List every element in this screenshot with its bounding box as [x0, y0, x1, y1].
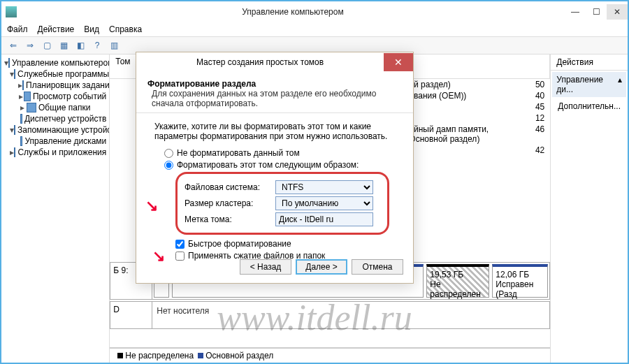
maximize-button[interactable]: ☐ — [586, 4, 607, 20]
wizard-header: Форматирование раздела Для сохранения да… — [136, 72, 413, 113]
back-button[interactable]: < Назад — [240, 259, 291, 275]
menu-file[interactable]: Файл — [7, 24, 28, 34]
minimize-button[interactable]: — — [565, 4, 586, 20]
forward-icon[interactable]: ⇒ — [22, 38, 38, 53]
menu-help[interactable]: Справка — [109, 24, 142, 34]
cluster-label: Размер кластера: — [185, 198, 275, 208]
disk-row[interactable]: D Нет носителя — [110, 301, 550, 329]
legend-swatch-primary — [198, 353, 203, 358]
tree-device-manager[interactable]: Диспетчер устройств — [3, 113, 108, 124]
volume-name-input[interactable] — [275, 212, 373, 226]
tree-root[interactable]: ▾Управление компьютером ( — [3, 57, 108, 68]
wizard-heading: Форматирование раздела — [147, 79, 402, 89]
format-options-outline: Файловая система: NTFS Размер кластера: … — [175, 172, 389, 235]
close-button[interactable]: ✕ — [607, 4, 628, 20]
radio-no-format-input[interactable] — [164, 149, 173, 158]
chevron-up-icon: ▴ — [618, 75, 622, 94]
actions-item-more[interactable]: Дополнительн... — [551, 99, 628, 114]
nav-tree: ▾Управление компьютером ( ▾Служебные про… — [1, 54, 110, 363]
tree-storage[interactable]: ▾Запоминающие устройств — [3, 124, 108, 136]
menu-action[interactable]: Действие — [38, 24, 75, 34]
actions-item-diskmgmt[interactable]: Управление ди...▴ — [552, 72, 626, 97]
legend-swatch-unallocated — [117, 353, 123, 358]
tool-icon[interactable]: ▥ — [106, 38, 122, 53]
quick-format-checkbox[interactable] — [175, 240, 185, 249]
tree-event-viewer[interactable]: ▸Просмотр событий — [3, 91, 108, 102]
radio-no-format[interactable]: Не форматировать данный том — [164, 148, 385, 158]
app-icon — [6, 6, 17, 17]
tree-services-apps[interactable]: ▸Службы и приложения — [3, 147, 108, 158]
fs-label: Файловая система: — [185, 182, 275, 192]
help-icon[interactable]: ? — [89, 38, 105, 53]
wizard-close-button[interactable]: ✕ — [384, 53, 413, 71]
fs-select[interactable]: NTFS — [275, 180, 373, 194]
disk-header: D — [110, 302, 152, 328]
wizard-title-text: Мастер создания простых томов — [136, 57, 384, 67]
up-icon[interactable]: ▢ — [39, 38, 55, 53]
tree-disk-management[interactable]: Управление дисками — [3, 136, 108, 147]
back-icon[interactable]: ⇐ — [6, 38, 21, 53]
no-media-label: Нет носителя — [152, 302, 213, 328]
legend: Не распределена Основной раздел — [110, 347, 550, 363]
tree-system-tools[interactable]: ▾Служебные программы — [3, 68, 108, 80]
partition-unallocated[interactable]: 19,53 ГБНе распределен — [426, 264, 489, 298]
wizard-titlebar: Мастер создания простых томов ✕ — [136, 52, 413, 72]
wizard-subheading: Для сохранения данных на этом разделе ег… — [147, 89, 402, 108]
compress-checkbox[interactable] — [175, 252, 185, 261]
simple-volume-wizard: Мастер создания простых томов ✕ Форматир… — [136, 52, 414, 284]
partition[interactable]: 12,06 ГБИсправен (Разд — [492, 264, 548, 298]
volume-name-label: Метка тома: — [185, 214, 275, 224]
properties-icon[interactable]: ◧ — [73, 38, 88, 53]
window-title: Управление компьютером — [21, 7, 565, 17]
quick-format-row[interactable]: Быстрое форматирование — [175, 239, 374, 249]
tree-shared-folders[interactable]: ▸Общие папки — [3, 102, 108, 113]
wizard-prompt: Укажите, хотите ли вы форматировать этот… — [154, 122, 395, 141]
actions-title: Действия — [551, 54, 628, 71]
annotation-arrow-icon: ↘ — [145, 197, 158, 215]
menu-view[interactable]: Вид — [84, 24, 99, 34]
next-button[interactable]: Далее > — [296, 259, 347, 275]
radio-format[interactable]: Форматировать этот том следующим образом… — [164, 160, 385, 170]
menubar: Файл Действие Вид Справка — [1, 22, 628, 36]
actions-panel: Действия Управление ди...▴ Дополнительн.… — [551, 54, 628, 363]
titlebar: Управление компьютером — ☐ ✕ — [1, 1, 628, 22]
refresh-icon[interactable]: ▦ — [56, 38, 71, 53]
radio-format-input[interactable] — [164, 161, 173, 170]
tree-scheduler[interactable]: ▸Планировщик заданий — [3, 80, 108, 91]
cluster-select[interactable]: По умолчанию — [275, 196, 373, 210]
annotation-arrow-icon: ↘ — [152, 247, 165, 265]
cancel-button[interactable]: Отмена — [352, 259, 403, 275]
